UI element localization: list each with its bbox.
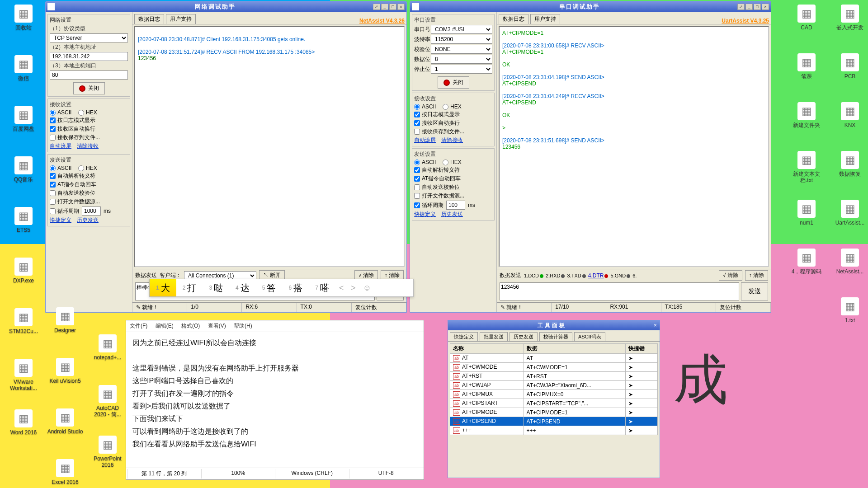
maximize-button[interactable]: □ — [754, 4, 761, 10]
tab-datalog[interactable]: 数据日志 — [134, 14, 164, 24]
com-select[interactable]: COM3 #USI — [431, 25, 492, 34]
toolpanel-tab[interactable]: 校验计算器 — [539, 332, 572, 341]
uart-log-area[interactable]: AT+CIPMODE=1 [2020-07-08 23:31:00.658]# … — [499, 26, 769, 267]
desktop-icon[interactable]: ▦QQ音乐 — [5, 156, 42, 183]
checksum-check[interactable] — [414, 184, 420, 190]
uart-brand[interactable]: UartAssist V4.3.25 — [722, 18, 769, 24]
tab-datalog[interactable]: 数据日志 — [499, 14, 528, 24]
menu-format[interactable]: 格式(O) — [181, 323, 200, 329]
maximize-button[interactable]: □ — [389, 4, 396, 10]
desktop-icon[interactable]: ▦数据恢复 — [832, 151, 868, 178]
ime-candidate[interactable]: 5答 — [256, 279, 283, 296]
tab-support[interactable]: 用户支持 — [530, 14, 560, 24]
pin-button[interactable]: ⤢ — [737, 4, 745, 10]
ime-candidate[interactable]: 7嗒 — [309, 279, 335, 296]
toolpanel-tab[interactable]: 快捷定义 — [450, 332, 478, 341]
desktop-icon[interactable]: ▦微信 — [5, 55, 42, 82]
net-log-area[interactable]: [2020-07-08 23:30:48.871]# Client 192.16… — [134, 26, 405, 267]
menu-help[interactable]: 帮助(H) — [234, 323, 252, 329]
table-row[interactable]: abAT+RSTAT+RST➤ — [450, 372, 658, 381]
table-row[interactable]: abAT+CIPMUXAT+CIPMUX=0➤ — [450, 390, 658, 399]
quickdef-link[interactable]: 快捷定义 — [414, 211, 436, 217]
desktop-icon[interactable]: ▦百度网盘 — [5, 106, 42, 133]
ascii-radio[interactable] — [414, 104, 420, 110]
autowrap-check[interactable] — [50, 126, 56, 132]
toolpanel-close[interactable]: × — [654, 322, 657, 328]
log-mode-check[interactable] — [50, 117, 56, 123]
loop-ms[interactable] — [82, 206, 101, 216]
uart-send-button[interactable]: 发送 — [741, 282, 768, 300]
net-close-button[interactable]: 关闭 — [73, 82, 105, 94]
table-row[interactable]: ab++++++➤ — [450, 426, 658, 435]
close-button[interactable]: × — [762, 4, 769, 10]
desktop-icon[interactable]: ▦Excel 2016 — [47, 459, 83, 486]
ime-candidate[interactable]: 2打 — [176, 279, 203, 296]
openfile-check[interactable] — [414, 129, 420, 135]
desktop-icon[interactable]: ▦4，程序源码 — [788, 249, 825, 276]
desktop-icon[interactable]: ▦嵌入式开发 — [832, 5, 868, 32]
send-arrow[interactable]: ➤ — [626, 354, 658, 363]
status-reset[interactable]: 复位计数 — [716, 303, 771, 312]
notepad-content[interactable]: 因为之前已经连过WIFI所以会自动连接 这里看到错误，是因为没有在网络助手上打开… — [126, 332, 424, 468]
openfile-check[interactable] — [414, 193, 420, 199]
desktop-icon[interactable]: ▦Word 2016 — [5, 409, 42, 436]
at-cr-check[interactable] — [414, 176, 420, 182]
desktop-icon[interactable]: ▦UartAssist... — [832, 200, 868, 227]
status-reset[interactable]: 复位计数 — [352, 303, 406, 312]
desktop-icon[interactable]: ▦Keil uVision5 — [47, 358, 83, 385]
send-hex-radio[interactable] — [78, 165, 84, 171]
desktop-icon[interactable]: ▦STM32Cu... — [5, 308, 42, 335]
parity-select[interactable]: NONE — [431, 45, 492, 54]
desktop-icon[interactable]: ▦AutoCAD 2020 - 简... — [90, 385, 126, 419]
desktop-icon[interactable]: ▦NetAssist... — [832, 249, 868, 276]
clear-button2[interactable]: ↑ 清除 — [745, 270, 768, 281]
autowrap-check[interactable] — [414, 120, 420, 126]
menu-view[interactable]: 查看(V) — [208, 323, 226, 329]
at-cr-check[interactable] — [50, 182, 56, 188]
port-input[interactable] — [50, 70, 128, 80]
openfile-check[interactable] — [50, 199, 56, 205]
proto-select[interactable]: TCP Server — [50, 33, 128, 42]
ime-candidate[interactable]: 6搭 — [282, 279, 309, 296]
menu-file[interactable]: 文件(F) — [130, 323, 147, 329]
table-row[interactable]: abATAT➤ — [450, 354, 658, 363]
desktop-icon[interactable]: ▦ETS5 — [5, 207, 42, 234]
hex-radio[interactable] — [78, 110, 84, 116]
ime-candidate[interactable]: 1大 — [150, 279, 176, 296]
table-row[interactable]: abAT+CIPSENDAT+CIPSEND➤ — [450, 417, 658, 426]
send-hex-radio[interactable] — [443, 160, 448, 165]
desktop-icon[interactable]: ▦VMware Workstati... — [5, 359, 42, 393]
clear-recv-link[interactable]: 清除接收 — [77, 143, 99, 149]
escape-check[interactable] — [50, 173, 56, 179]
toolpanel-titlebar[interactable]: 工具面板 × — [448, 320, 660, 330]
send-arrow[interactable]: ➤ — [626, 399, 658, 408]
hex-radio[interactable] — [443, 104, 448, 110]
close-button[interactable]: × — [397, 4, 405, 10]
escape-check[interactable] — [414, 167, 420, 173]
histsend-link[interactable]: 历史发送 — [441, 211, 463, 217]
ime-prev[interactable]: < — [335, 283, 348, 293]
loop-check[interactable] — [50, 208, 56, 214]
uart-close-button[interactable]: 关闭 — [438, 76, 469, 89]
desktop-icon[interactable]: ▦回收站 — [5, 5, 42, 32]
loop-check[interactable] — [414, 202, 420, 208]
tab-support[interactable]: 用户支持 — [166, 14, 196, 24]
host-input[interactable] — [50, 52, 128, 61]
checksum-check[interactable] — [50, 190, 56, 196]
uart-titlebar[interactable]: 串口调试助手 ⤢ _ □ × — [410, 1, 771, 12]
toolpanel-tab[interactable]: ASCII码表 — [574, 332, 605, 341]
send-arrow[interactable]: ➤ — [626, 417, 658, 426]
toolpanel-tab[interactable]: 批量发送 — [480, 332, 508, 341]
minimize-button[interactable]: _ — [745, 4, 753, 10]
send-arrow[interactable]: ➤ — [626, 363, 658, 372]
menu-edit[interactable]: 编辑(E) — [156, 323, 174, 329]
send-ascii-radio[interactable] — [414, 160, 420, 165]
savefile-check[interactable] — [50, 135, 56, 141]
data-select[interactable]: 8 — [431, 55, 492, 64]
ascii-radio[interactable] — [50, 110, 56, 116]
table-row[interactable]: abAT+CIPSTARTAT+CIPSTART="TCP","...➤ — [450, 399, 658, 408]
send-arrow[interactable]: ➤ — [626, 426, 658, 435]
send-arrow[interactable]: ➤ — [626, 390, 658, 399]
ime-candidate[interactable]: 3哒 — [203, 279, 229, 296]
desktop-icon[interactable]: ▦CAD — [788, 5, 825, 32]
